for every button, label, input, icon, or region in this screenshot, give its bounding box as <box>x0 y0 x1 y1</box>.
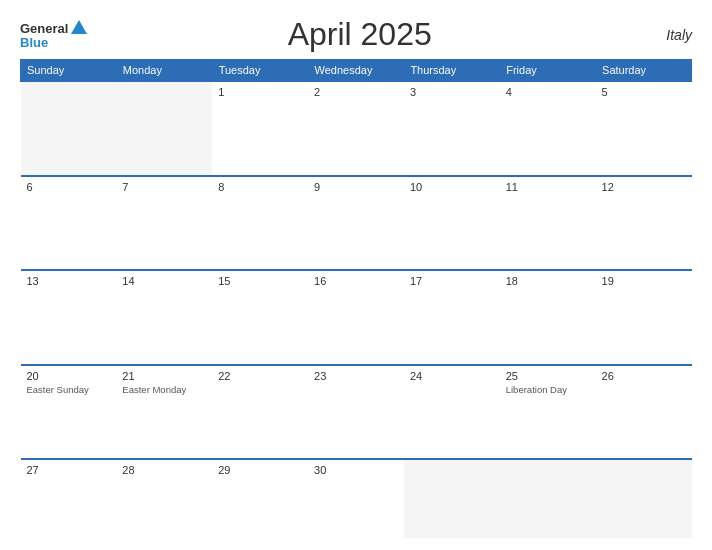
calendar-row: 20Easter Sunday21Easter Monday22232425Li… <box>21 365 692 460</box>
day-number: 29 <box>218 464 302 476</box>
calendar-cell <box>116 81 212 176</box>
calendar-cell: 17 <box>404 270 500 365</box>
day-number: 3 <box>410 86 494 98</box>
day-number: 19 <box>602 275 686 287</box>
header-saturday: Saturday <box>596 60 692 82</box>
day-number: 20 <box>27 370 111 382</box>
calendar-cell: 18 <box>500 270 596 365</box>
calendar-cell: 13 <box>21 270 117 365</box>
calendar-row: 12345 <box>21 81 692 176</box>
calendar-cell: 7 <box>116 176 212 271</box>
header-wednesday: Wednesday <box>308 60 404 82</box>
calendar-cell: 10 <box>404 176 500 271</box>
day-number: 15 <box>218 275 302 287</box>
logo: General Blue <box>20 20 87 49</box>
day-number: 14 <box>122 275 206 287</box>
logo-blue: Blue <box>20 36 48 49</box>
logo-triangle-icon <box>71 20 87 34</box>
calendar-cell: 23 <box>308 365 404 460</box>
day-number: 5 <box>602 86 686 98</box>
day-number: 2 <box>314 86 398 98</box>
calendar-page: General Blue April 2025 Italy Sunday Mon… <box>0 0 712 550</box>
country-label: Italy <box>632 27 692 43</box>
day-number: 26 <box>602 370 686 382</box>
calendar-cell: 2 <box>308 81 404 176</box>
header-thursday: Thursday <box>404 60 500 82</box>
day-number: 25 <box>506 370 590 382</box>
day-number: 1 <box>218 86 302 98</box>
day-number: 16 <box>314 275 398 287</box>
day-number: 27 <box>27 464 111 476</box>
day-number: 11 <box>506 181 590 193</box>
calendar-cell: 6 <box>21 176 117 271</box>
holiday-label: Easter Monday <box>122 384 206 396</box>
calendar-cell: 14 <box>116 270 212 365</box>
day-number: 6 <box>27 181 111 193</box>
calendar-cell: 16 <box>308 270 404 365</box>
calendar-cell: 20Easter Sunday <box>21 365 117 460</box>
day-number: 13 <box>27 275 111 287</box>
day-number: 21 <box>122 370 206 382</box>
header-tuesday: Tuesday <box>212 60 308 82</box>
calendar-cell <box>21 81 117 176</box>
calendar-row: 13141516171819 <box>21 270 692 365</box>
calendar-cell: 27 <box>21 459 117 538</box>
calendar-cell: 26 <box>596 365 692 460</box>
day-number: 10 <box>410 181 494 193</box>
day-number: 9 <box>314 181 398 193</box>
day-number: 7 <box>122 181 206 193</box>
holiday-label: Liberation Day <box>506 384 590 396</box>
calendar-cell <box>500 459 596 538</box>
calendar-cell <box>596 459 692 538</box>
calendar-cell: 19 <box>596 270 692 365</box>
day-number: 23 <box>314 370 398 382</box>
top-bar: General Blue April 2025 Italy <box>20 16 692 53</box>
calendar-cell: 3 <box>404 81 500 176</box>
calendar-title: April 2025 <box>87 16 632 53</box>
calendar-cell <box>404 459 500 538</box>
day-number: 17 <box>410 275 494 287</box>
calendar-cell: 4 <box>500 81 596 176</box>
calendar-cell: 25Liberation Day <box>500 365 596 460</box>
calendar-cell: 28 <box>116 459 212 538</box>
calendar-row: 6789101112 <box>21 176 692 271</box>
weekday-header-row: Sunday Monday Tuesday Wednesday Thursday… <box>21 60 692 82</box>
calendar-cell: 29 <box>212 459 308 538</box>
day-number: 8 <box>218 181 302 193</box>
header-sunday: Sunday <box>21 60 117 82</box>
calendar-cell: 15 <box>212 270 308 365</box>
header-monday: Monday <box>116 60 212 82</box>
calendar-cell: 5 <box>596 81 692 176</box>
calendar-cell: 30 <box>308 459 404 538</box>
calendar-cell: 24 <box>404 365 500 460</box>
day-number: 28 <box>122 464 206 476</box>
calendar-row: 27282930 <box>21 459 692 538</box>
day-number: 24 <box>410 370 494 382</box>
header-friday: Friday <box>500 60 596 82</box>
day-number: 22 <box>218 370 302 382</box>
logo-general: General <box>20 22 68 35</box>
day-number: 30 <box>314 464 398 476</box>
day-number: 4 <box>506 86 590 98</box>
calendar-cell: 9 <box>308 176 404 271</box>
holiday-label: Easter Sunday <box>27 384 111 396</box>
calendar-cell: 22 <box>212 365 308 460</box>
calendar-cell: 8 <box>212 176 308 271</box>
calendar-cell: 12 <box>596 176 692 271</box>
day-number: 12 <box>602 181 686 193</box>
calendar-cell: 21Easter Monday <box>116 365 212 460</box>
calendar-cell: 1 <box>212 81 308 176</box>
calendar-cell: 11 <box>500 176 596 271</box>
day-number: 18 <box>506 275 590 287</box>
calendar-table: Sunday Monday Tuesday Wednesday Thursday… <box>20 59 692 538</box>
